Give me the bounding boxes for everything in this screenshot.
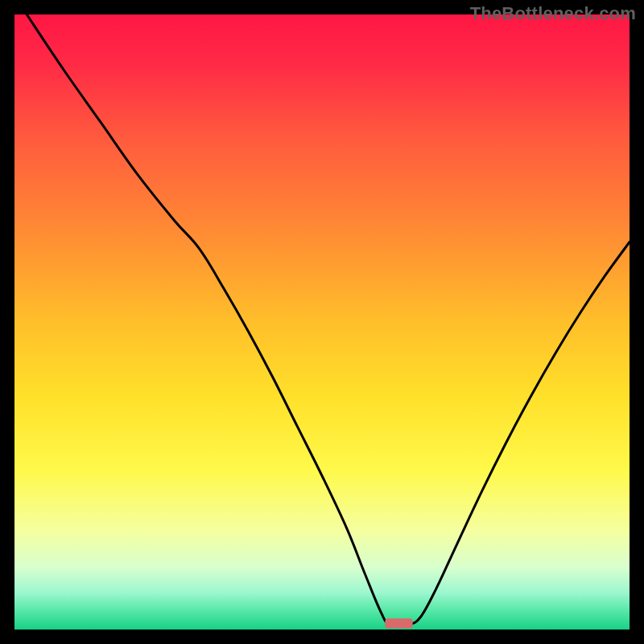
plot-area (14, 14, 630, 630)
gradient-backdrop (14, 14, 630, 630)
chart-frame: TheBottleneck.com (0, 0, 644, 644)
optimum-marker (385, 618, 412, 628)
watermark-text: TheBottleneck.com (470, 3, 636, 24)
chart-svg (14, 14, 630, 630)
